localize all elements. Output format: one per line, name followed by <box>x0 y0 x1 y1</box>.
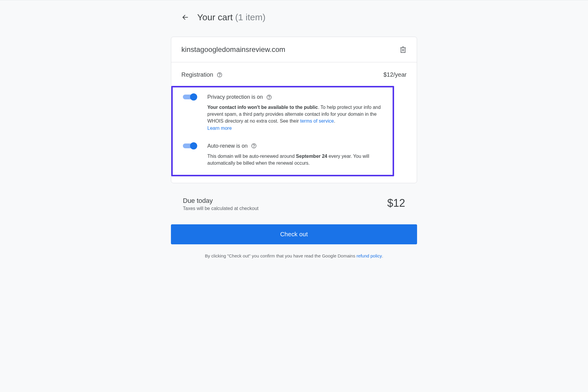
cart-card-body: Registration $12/year Privacy protection… <box>171 62 417 183</box>
due-left: Due today Taxes will be calculated at ch… <box>183 197 258 211</box>
domain-name: kinstagoogledomainsreview.com <box>181 45 285 54</box>
trash-icon <box>400 46 406 53</box>
privacy-title: Privacy protection is on <box>207 94 263 100</box>
autorenew-title: Auto-renew is on <box>207 143 248 149</box>
svg-point-7 <box>219 76 220 76</box>
due-amount: $12 <box>387 197 405 209</box>
due-title: Due today <box>183 197 258 205</box>
registration-label: Registration <box>181 71 213 78</box>
autorenew-title-row: Auto-renew is on <box>207 143 382 149</box>
checkout-button[interactable]: Check out <box>171 224 417 244</box>
disclaimer: By clicking "Check out" you confirm that… <box>171 253 417 258</box>
svg-point-11 <box>254 147 254 147</box>
privacy-toggle[interactable] <box>183 95 196 99</box>
registration-price: $12/year <box>383 71 407 78</box>
help-circle-icon <box>251 143 257 149</box>
privacy-title-row: Privacy protection is on <box>207 94 382 100</box>
disclaimer-text: By clicking "Check out" you confirm that… <box>205 253 356 258</box>
page-title-text: Your cart <box>197 12 233 22</box>
autorenew-date: September 24 <box>296 154 327 159</box>
delete-item-button[interactable] <box>399 46 407 53</box>
svg-rect-1 <box>401 48 405 53</box>
autorenew-toggle[interactable] <box>183 143 196 148</box>
autorenew-help-icon[interactable] <box>251 143 257 149</box>
page-title-count: (1 item) <box>235 12 266 22</box>
privacy-desc-period: . <box>334 118 335 124</box>
page-header: Your cart (1 item) <box>171 12 417 22</box>
cart-card: kinstagoogledomainsreview.com Registrati… <box>171 37 417 183</box>
privacy-desc-bold: Your contact info won't be available to … <box>207 105 318 110</box>
learn-more-link[interactable]: Learn more <box>207 126 232 131</box>
registration-help-icon[interactable] <box>217 72 222 78</box>
tos-link[interactable]: terms of service <box>300 118 334 124</box>
due-today-row: Due today Taxes will be calculated at ch… <box>171 183 417 213</box>
refund-policy-link[interactable]: refund policy <box>356 253 382 258</box>
registration-row: Registration $12/year <box>181 71 407 78</box>
autorenew-desc: This domain will be auto-renewed around … <box>207 153 382 166</box>
help-circle-icon <box>217 72 222 78</box>
privacy-help-icon[interactable] <box>266 95 272 100</box>
cart-page: Your cart (1 item) kinstagoogledomainsre… <box>171 0 417 270</box>
toggle-knob <box>190 142 197 149</box>
cart-item-row: kinstagoogledomainsreview.com <box>171 37 417 62</box>
disclaimer-period: . <box>382 253 383 258</box>
back-arrow-icon[interactable] <box>182 14 189 21</box>
help-circle-icon <box>266 95 272 100</box>
privacy-option-body: Privacy protection is on Your contact in… <box>207 94 382 132</box>
due-subtitle: Taxes will be calculated at checkout <box>183 206 258 211</box>
toggle-knob <box>190 93 197 101</box>
options-highlight-box: Privacy protection is on Your contact in… <box>171 86 394 176</box>
autorenew-desc-a: This domain will be auto-renewed around <box>207 154 296 159</box>
registration-label-wrap: Registration <box>181 71 222 78</box>
autorenew-option-body: Auto-renew is on This domain will be aut… <box>207 143 382 166</box>
page-title: Your cart (1 item) <box>197 12 266 22</box>
autorenew-option: Auto-renew is on This domain will be aut… <box>183 139 382 168</box>
privacy-desc: Your contact info won't be available to … <box>207 104 382 132</box>
privacy-option: Privacy protection is on Your contact in… <box>183 90 382 133</box>
svg-point-9 <box>269 98 269 98</box>
